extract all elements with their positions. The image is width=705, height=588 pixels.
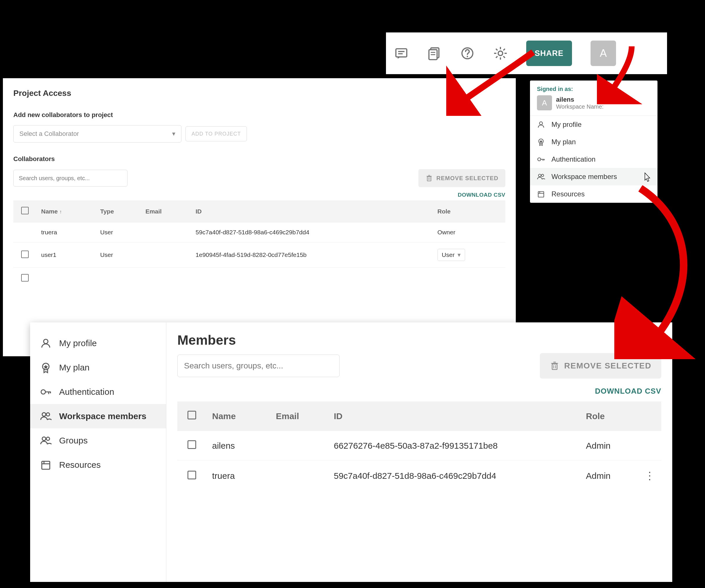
dropdown-item-profile[interactable]: My profile bbox=[530, 116, 657, 133]
trash-icon bbox=[425, 175, 433, 182]
members-col-email[interactable]: Email bbox=[270, 401, 328, 431]
dropdown-item-plan[interactable]: My plan bbox=[530, 133, 657, 151]
sidebar-nav-label: My plan bbox=[59, 363, 90, 373]
cell-email bbox=[141, 242, 191, 267]
members-table: Name Email ID Role ailens 66276276-4e85-… bbox=[177, 401, 661, 491]
members-icon bbox=[40, 435, 52, 446]
cell-name: truera bbox=[206, 460, 270, 492]
row-checkbox[interactable] bbox=[21, 251, 29, 258]
project-access-title: Project Access bbox=[13, 89, 505, 98]
row-checkbox[interactable] bbox=[187, 440, 196, 449]
search-members-field[interactable] bbox=[184, 361, 333, 371]
cell-role: Admin bbox=[580, 460, 638, 492]
cell-type: User bbox=[96, 242, 141, 267]
plan-icon bbox=[537, 138, 545, 146]
col-email[interactable]: Email bbox=[141, 200, 191, 223]
select-collaborator-placeholder: Select a Collaborator bbox=[19, 130, 79, 138]
cell-role: Admin bbox=[580, 431, 638, 460]
chevron-down-icon: ▾ bbox=[172, 130, 175, 138]
table-row: user1 User 1e90945f-4fad-519d-8282-0cd77… bbox=[13, 242, 505, 267]
sidebar-nav-my-profile[interactable]: My profile bbox=[30, 331, 166, 355]
dropdown-item-label: Authentication bbox=[552, 155, 596, 163]
remove-selected-members-label: REMOVE SELECTED bbox=[564, 361, 651, 371]
download-csv-members-link[interactable]: DOWNLOAD CSV bbox=[177, 387, 661, 396]
sidebar-nav-workspace-members[interactable]: Workspace members bbox=[30, 404, 166, 428]
signed-in-label: Signed in as: bbox=[530, 81, 657, 94]
share-button[interactable]: SHARE bbox=[526, 41, 572, 66]
chevron-down-icon: ▾ bbox=[458, 251, 461, 258]
remove-selected-members-button[interactable]: REMOVE SELECTED bbox=[540, 353, 661, 379]
sidebar-nav-my-plan[interactable]: My plan bbox=[30, 355, 166, 380]
docs-icon[interactable] bbox=[427, 46, 441, 60]
add-to-project-button[interactable]: ADD TO PROJECT bbox=[185, 126, 247, 141]
members-col-name[interactable]: Name bbox=[206, 401, 270, 431]
col-role[interactable]: Role bbox=[433, 200, 505, 223]
dropdown-item-label: My profile bbox=[552, 120, 581, 129]
members-icon bbox=[537, 173, 545, 181]
role-value: Owner bbox=[437, 229, 456, 236]
select-all-members-checkbox[interactable] bbox=[187, 411, 196, 420]
sidebar-nav-label: Workspace members bbox=[59, 411, 146, 421]
auth-icon bbox=[537, 155, 545, 163]
chat-icon[interactable] bbox=[394, 46, 409, 60]
dropdown-item-label: Workspace members bbox=[552, 173, 617, 181]
members-title: Members bbox=[177, 332, 661, 348]
dropdown-workspace-label: Workspace Name: bbox=[556, 103, 604, 110]
sidebar-nav-groups[interactable]: Groups bbox=[30, 428, 166, 453]
remove-selected-button[interactable]: REMOVE SELECTED bbox=[418, 169, 505, 187]
dropdown-item-members[interactable]: Workspace members bbox=[530, 168, 657, 185]
help-icon[interactable] bbox=[460, 46, 475, 60]
sidebar-nav-label: Resources bbox=[59, 460, 101, 470]
auth-icon bbox=[40, 386, 52, 398]
role-select[interactable]: User ▾ bbox=[437, 249, 465, 261]
collaborators-label: Collaborators bbox=[13, 155, 505, 163]
search-members-input[interactable] bbox=[177, 354, 340, 377]
members-col-id[interactable]: ID bbox=[328, 401, 580, 431]
project-access-panel: Project Access Add new collaborators to … bbox=[3, 78, 516, 356]
sidebar-nav-resources[interactable]: Resources bbox=[30, 453, 166, 477]
avatar-button[interactable]: A bbox=[591, 41, 616, 66]
select-all-checkbox[interactable] bbox=[21, 207, 29, 214]
cell-email bbox=[270, 431, 328, 460]
dropdown-item-auth[interactable]: Authentication bbox=[530, 151, 657, 168]
cell-name: user1 bbox=[37, 242, 96, 267]
row-checkbox[interactable] bbox=[187, 471, 196, 479]
download-csv-link[interactable]: DOWNLOAD CSV bbox=[13, 192, 505, 198]
table-row: ailens 66276276-4e85-50a3-87a2-f99135171… bbox=[177, 431, 661, 460]
table-row bbox=[13, 267, 505, 290]
row-checkbox[interactable] bbox=[21, 274, 29, 282]
cell-email bbox=[270, 460, 328, 492]
members-col-role[interactable]: Role bbox=[580, 401, 638, 431]
sidebar-nav-authentication[interactable]: Authentication bbox=[30, 380, 166, 404]
col-type[interactable]: Type bbox=[96, 200, 141, 223]
cell-id: 59c7a40f-d827-51d8-98a6-c469c29b7dd4 bbox=[328, 460, 580, 492]
add-collaborators-label: Add new collaborators to project bbox=[13, 111, 505, 119]
sidebar-nav-label: Authentication bbox=[59, 387, 114, 397]
profile-icon bbox=[537, 120, 545, 129]
search-collaborators-field[interactable] bbox=[19, 175, 122, 182]
dropdown-user-row: A ailens Workspace Name: bbox=[530, 94, 657, 115]
search-collaborators-input[interactable] bbox=[13, 170, 128, 187]
cell-email bbox=[141, 223, 191, 242]
col-id[interactable]: ID bbox=[191, 200, 433, 223]
collaborators-table: Name ↑ Type Email ID Role truera User 59… bbox=[13, 200, 505, 289]
cell-id: 59c7a40f-d827-51d8-98a6-c469c29b7dd4 bbox=[191, 223, 433, 242]
profile-icon bbox=[40, 337, 52, 349]
dropdown-item-resources[interactable]: Resources bbox=[530, 185, 657, 203]
more-icon[interactable]: ⋮ bbox=[645, 470, 655, 482]
cell-name: truera bbox=[37, 223, 96, 242]
cell-type: User bbox=[96, 223, 141, 242]
table-row: truera User 59c7a40f-d827-51d8-98a6-c469… bbox=[13, 223, 505, 242]
dropdown-item-label: My plan bbox=[552, 138, 576, 146]
settings-icon[interactable] bbox=[493, 46, 508, 60]
col-name[interactable]: Name ↑ bbox=[37, 200, 96, 223]
cell-id: 66276276-4e85-50a3-87a2-f99135171be8 bbox=[328, 431, 580, 460]
resources-icon bbox=[40, 459, 52, 471]
user-dropdown: Signed in as: A ailens Workspace Name: M… bbox=[530, 81, 657, 203]
trash-icon bbox=[550, 361, 560, 371]
plan-icon bbox=[40, 362, 52, 373]
sidebar-nav-label: My profile bbox=[59, 338, 97, 348]
remove-selected-label: REMOVE SELECTED bbox=[436, 175, 499, 182]
select-collaborator-dropdown[interactable]: Select a Collaborator ▾ bbox=[13, 125, 181, 143]
cursor-pointer-icon bbox=[643, 172, 652, 183]
